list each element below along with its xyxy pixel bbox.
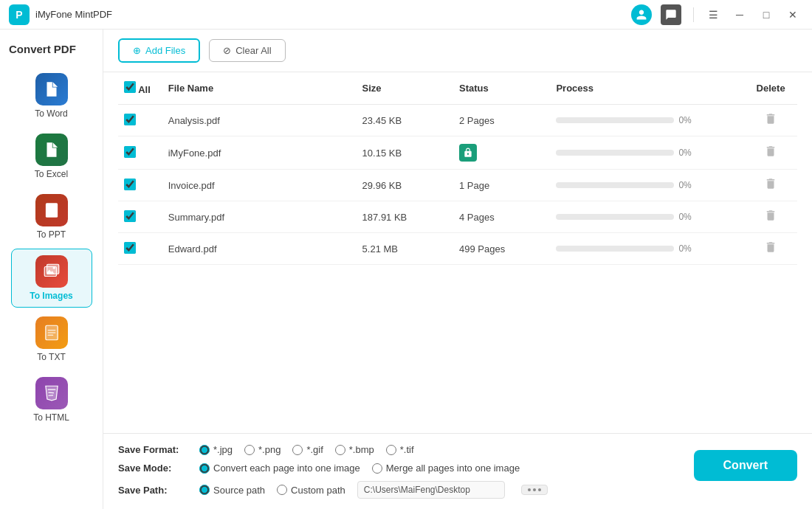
file-progress: 0%	[550, 136, 744, 170]
format-jpg-radio[interactable]	[199, 445, 210, 455]
lock-icon	[459, 144, 477, 162]
save-path-label: Save Path:	[118, 485, 199, 496]
path-source[interactable]: Source path	[199, 485, 265, 496]
delete-button[interactable]	[764, 145, 777, 161]
sidebar-header: Convert PDF	[0, 37, 103, 61]
images-icon	[35, 255, 68, 288]
file-name: iMyFone.pdf	[162, 136, 357, 170]
col-header-size: Size	[357, 72, 453, 105]
txt-icon	[35, 316, 68, 349]
row-checkbox[interactable]	[124, 210, 136, 222]
titlebar-controls: ☰ ─ □ ✕	[631, 4, 803, 25]
format-tif[interactable]: *.tif	[386, 444, 414, 455]
file-status: 4 Pages	[453, 201, 550, 233]
app-logo: P	[9, 4, 30, 25]
file-size: 10.15 KB	[357, 136, 453, 170]
sidebar: Convert PDF To Word To Excel To PPT To I…	[0, 30, 103, 509]
user-avatar-icon[interactable]	[631, 4, 652, 25]
delete-button[interactable]	[764, 209, 777, 225]
file-size: 5.21 MB	[357, 233, 453, 265]
mode-merge[interactable]: Merge all pages into one image	[372, 463, 520, 474]
delete-button[interactable]	[764, 240, 777, 257]
save-mode-row: Save Mode: Convert each page into one im…	[118, 463, 672, 474]
path-dots-button[interactable]	[521, 485, 548, 495]
convert-button[interactable]: Convert	[694, 450, 797, 481]
sidebar-item-to-images[interactable]: To Images	[11, 249, 92, 308]
file-progress: 0%	[550, 201, 744, 233]
row-checkbox[interactable]	[124, 242, 136, 254]
save-mode-label: Save Mode:	[118, 463, 199, 474]
save-format-row: Save Format: *.jpg *.png	[118, 444, 672, 455]
format-tif-radio[interactable]	[386, 445, 396, 455]
sidebar-item-label: To Excel	[35, 169, 68, 179]
col-header-all: All	[118, 72, 162, 105]
toolbar: ⊕ Add Files ⊘ Clear All	[103, 30, 812, 72]
format-jpg[interactable]: *.jpg	[199, 444, 233, 455]
format-gif[interactable]: *.gif	[292, 444, 323, 455]
table-row: Summary.pdf187.91 KB4 Pages0%	[118, 201, 797, 233]
file-status: 2 Pages	[453, 105, 550, 136]
clear-all-button[interactable]: ⊘ Clear All	[209, 39, 285, 62]
row-checkbox[interactable]	[124, 114, 136, 125]
menu-button[interactable]: ☰	[703, 4, 723, 25]
minimize-button[interactable]: ─	[729, 4, 750, 25]
close-button[interactable]: ✕	[782, 4, 803, 25]
col-header-process: Process	[550, 72, 744, 105]
delete-button[interactable]	[764, 177, 777, 193]
file-status: 1 Page	[453, 170, 550, 201]
mode-each[interactable]: Convert each page into one image	[199, 463, 360, 474]
add-files-button[interactable]: ⊕ Add Files	[118, 38, 200, 63]
file-name: Edward.pdf	[162, 233, 357, 265]
format-png[interactable]: *.png	[244, 444, 281, 455]
path-input-field[interactable]	[357, 481, 505, 499]
mode-merge-radio[interactable]	[372, 463, 382, 474]
main-app: Convert PDF To Word To Excel To PPT To I…	[0, 30, 812, 509]
format-bmp[interactable]: *.bmp	[335, 444, 374, 455]
sidebar-item-to-word[interactable]: To Word	[11, 67, 92, 125]
mode-each-radio[interactable]	[199, 463, 210, 474]
file-name: Summary.pdf	[162, 201, 357, 233]
sidebar-item-to-ppt[interactable]: To PPT	[11, 188, 92, 246]
save-format-label: Save Format:	[118, 444, 199, 455]
html-icon	[35, 377, 68, 409]
format-gif-radio[interactable]	[292, 445, 303, 455]
path-custom[interactable]: Custom path	[277, 485, 345, 496]
plus-icon: ⊕	[133, 45, 141, 56]
file-status	[453, 136, 550, 170]
col-header-delete: Delete	[744, 72, 797, 105]
row-checkbox[interactable]	[124, 179, 136, 190]
ppt-icon	[35, 194, 68, 226]
excel-icon	[35, 134, 68, 166]
file-progress: 0%	[550, 170, 744, 201]
format-png-radio[interactable]	[244, 445, 255, 455]
sidebar-item-to-excel[interactable]: To Excel	[11, 128, 92, 185]
sidebar-item-label: To HTML	[33, 412, 69, 423]
path-custom-radio[interactable]	[277, 485, 287, 495]
app-title: iMyFone MintPDF	[35, 9, 631, 20]
sidebar-item-to-html[interactable]: To HTML	[11, 371, 92, 429]
col-header-status: Status	[453, 72, 550, 105]
sidebar-item-label: To TXT	[37, 352, 65, 362]
save-path-row: Save Path: Source path Custom path	[118, 481, 672, 499]
delete-button[interactable]	[764, 112, 777, 128]
bottom-panel: Save Format: *.jpg *.png	[103, 433, 812, 509]
word-icon	[35, 73, 68, 105]
sidebar-item-to-txt[interactable]: To TXT	[11, 311, 92, 368]
select-all-checkbox[interactable]	[124, 81, 136, 93]
file-progress: 0%	[550, 105, 744, 136]
table-row: Invoice.pdf29.96 KB1 Page0%	[118, 170, 797, 201]
message-icon[interactable]	[661, 4, 681, 25]
file-name: Analysis.pdf	[162, 105, 357, 136]
maximize-button[interactable]: □	[756, 4, 777, 25]
table-row: Edward.pdf5.21 MB499 Pages0%	[118, 233, 797, 265]
path-source-radio[interactable]	[199, 485, 210, 495]
file-progress: 0%	[550, 233, 744, 265]
row-checkbox[interactable]	[124, 146, 136, 158]
file-size: 23.45 KB	[357, 105, 453, 136]
titlebar: P iMyFone MintPDF ☰ ─ □ ✕	[0, 0, 812, 30]
file-size: 187.91 KB	[357, 201, 453, 233]
format-bmp-radio[interactable]	[335, 445, 345, 455]
clear-icon: ⊘	[223, 45, 231, 56]
col-header-filename: File Name	[162, 72, 357, 105]
divider	[693, 7, 694, 22]
